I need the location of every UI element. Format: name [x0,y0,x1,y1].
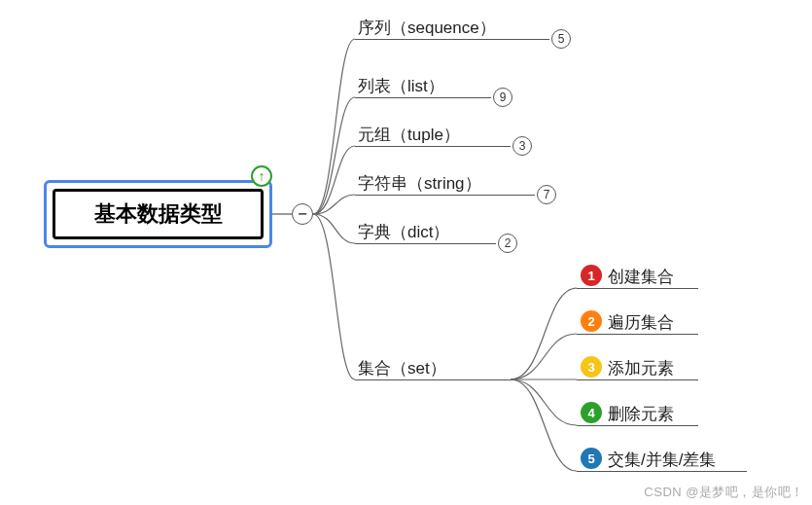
leaf-iterate-set-line [577,334,698,335]
child-list[interactable]: 列表（list） [358,75,444,97]
child-tuple[interactable]: 元组（tuple） [358,124,460,146]
leaf-add-element[interactable]: 添加元素 [608,357,674,379]
leaf-iterate-set[interactable]: 遍历集合 [608,311,674,334]
count-badge-sequence[interactable]: 5 [551,29,571,49]
leaf-add-element-line [577,379,698,380]
child-string[interactable]: 字符串（string） [358,172,481,195]
count-badge-dict[interactable]: 2 [498,234,517,253]
leaf-set-ops[interactable]: 交集/并集/差集 [608,449,716,471]
leaf-set-ops-line [577,471,747,472]
child-set-line [355,379,511,380]
arrow-up-icon: ↑ [251,165,272,187]
leaf-create-set[interactable]: 创建集合 [608,266,674,288]
leaf-badge-1: 1 [581,265,602,286]
child-sequence-line [355,39,549,40]
child-string-line [355,195,535,196]
leaf-remove-element-line [577,425,698,426]
collapse-toggle[interactable]: − [292,203,313,225]
leaf-remove-element[interactable]: 删除元素 [608,403,674,425]
root-label: 基本数据类型 [53,189,264,239]
count-badge-string[interactable]: 7 [537,185,556,204]
count-badge-list[interactable]: 9 [493,88,512,107]
child-tuple-line [355,146,511,147]
leaf-badge-5: 5 [581,448,602,469]
leaf-badge-4: 4 [581,402,602,423]
count-badge-tuple[interactable]: 3 [512,136,532,156]
child-dict-line [355,243,496,244]
leaf-create-set-line [577,288,698,289]
root-node[interactable]: 基本数据类型 [44,180,272,248]
leaf-badge-2: 2 [581,310,602,332]
child-sequence[interactable]: 序列（sequence） [358,17,496,39]
child-list-line [355,97,491,98]
leaf-badge-3: 3 [581,356,602,378]
watermark-text: CSDN @是梦吧，是你吧！ [644,484,804,501]
child-dict[interactable]: 字典（dict） [358,221,449,243]
child-set[interactable]: 集合（set） [358,357,446,379]
